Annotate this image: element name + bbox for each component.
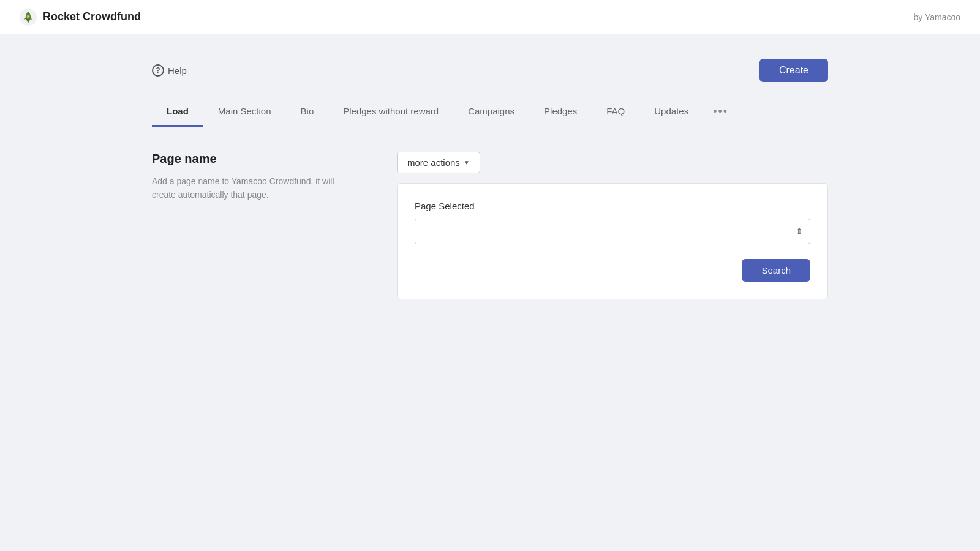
navbar: Rocket Crowdfund by Yamacoo [0, 0, 980, 34]
navbar-byline: by Yamacoo [913, 12, 960, 22]
tab-campaigns[interactable]: Campaigns [453, 97, 529, 127]
tabs-container: Load Main Section Bio Pledges without re… [152, 97, 828, 127]
tab-faq[interactable]: FAQ [592, 97, 639, 127]
help-icon: ? [152, 64, 164, 77]
tab-bio[interactable]: Bio [286, 97, 329, 127]
search-row: Search [415, 259, 810, 282]
create-button[interactable]: Create [760, 59, 828, 82]
more-actions-button[interactable]: more actions ▼ [397, 152, 480, 173]
svg-point-1 [27, 15, 30, 18]
main-content: ? Help Create Load Main Section Bio Pled… [123, 34, 858, 324]
tab-pledges[interactable]: Pledges [529, 97, 592, 127]
help-label: Help [168, 66, 187, 76]
help-link[interactable]: ? Help [152, 64, 187, 77]
help-row: ? Help Create [152, 59, 828, 82]
form-panel: Page Selected ⇕ Search [397, 183, 828, 299]
select-wrapper: ⇕ [415, 219, 810, 244]
left-panel: Page name Add a page name to Yamacoo Cro… [152, 152, 360, 202]
tab-load[interactable]: Load [152, 97, 203, 127]
tab-more-button[interactable]: ••• [703, 97, 738, 127]
app-title: Rocket Crowdfund [43, 10, 141, 23]
rocket-logo-icon [20, 9, 37, 26]
right-panel: more actions ▼ Page Selected ⇕ Search [397, 152, 828, 299]
tabs: Load Main Section Bio Pledges without re… [152, 97, 828, 127]
page-select[interactable] [415, 219, 810, 244]
tab-updates[interactable]: Updates [639, 97, 703, 127]
page-name-description: Add a page name to Yamacoo Crowdfund, it… [152, 174, 360, 202]
page-name-title: Page name [152, 152, 360, 166]
tab-pledges-without-reward[interactable]: Pledges without reward [328, 97, 453, 127]
page-selected-label: Page Selected [415, 201, 810, 211]
search-button[interactable]: Search [742, 259, 810, 282]
chevron-down-icon: ▼ [464, 159, 470, 166]
more-actions-row: more actions ▼ [397, 152, 828, 173]
tab-main-section[interactable]: Main Section [203, 97, 286, 127]
more-actions-label: more actions [407, 157, 460, 168]
navbar-left: Rocket Crowdfund [20, 9, 141, 26]
content-layout: Page name Add a page name to Yamacoo Cro… [152, 152, 828, 299]
